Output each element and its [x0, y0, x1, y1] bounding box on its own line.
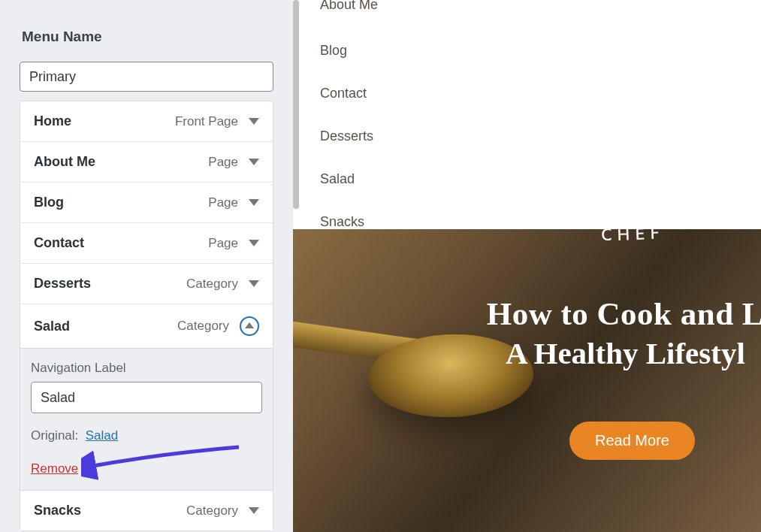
customizer-sidebar: Menu Name Home Front Page About Me Page …: [0, 0, 293, 532]
collapse-toggle[interactable]: [240, 316, 259, 336]
original-row: Original: Salad: [31, 428, 262, 443]
hero-line2: A Healthy Lifestyl: [487, 335, 761, 371]
menu-item-contact[interactable]: Contact Page: [20, 223, 273, 264]
menu-item-type: Category: [186, 503, 238, 518]
menu-item-type: Front Page: [175, 114, 238, 129]
menu-item-label: Contact: [34, 235, 84, 251]
menu-item-label: Snacks: [34, 503, 81, 518]
read-more-button[interactable]: Read More: [569, 422, 695, 460]
chevron-up-icon: [245, 322, 254, 328]
navigation-label-heading: Navigation Label: [31, 361, 262, 376]
menu-name-heading: Menu Name: [22, 29, 273, 45]
menu-item-desserts[interactable]: Desserts Category: [20, 264, 273, 304]
chevron-down-icon[interactable]: [249, 199, 259, 206]
menu-item-label: Salad: [34, 319, 70, 334]
nav-item[interactable]: Desserts: [320, 115, 761, 158]
menu-item-type: Category: [186, 277, 238, 292]
chevron-down-icon[interactable]: [249, 507, 259, 514]
nav-item[interactable]: Contact: [320, 72, 761, 115]
menu-item-type: Page: [208, 236, 238, 251]
remove-link[interactable]: Remove: [31, 461, 78, 476]
preview-scrollbar[interactable]: [293, 0, 299, 209]
chevron-down-icon[interactable]: [249, 118, 259, 125]
nav-item[interactable]: About Me: [320, 0, 761, 26]
chevron-down-icon[interactable]: [249, 240, 259, 246]
menu-item-snacks[interactable]: Snacks Category: [20, 491, 273, 530]
chevron-down-icon[interactable]: [249, 280, 259, 287]
menu-items-list: Home Front Page About Me Page Blog Page …: [20, 101, 273, 531]
chevron-down-icon[interactable]: [249, 159, 259, 165]
menu-item-type: Page: [208, 155, 238, 170]
site-preview: About Me Blog Contact Desserts Salad Sna…: [293, 0, 761, 532]
menu-item-label: About Me: [34, 154, 95, 170]
menu-item-type: Category: [177, 319, 229, 334]
menu-item-about-me[interactable]: About Me Page: [20, 142, 273, 183]
menu-name-input[interactable]: [20, 62, 273, 92]
menu-item-label: Home: [34, 113, 71, 129]
menu-item-salad[interactable]: Salad Category: [20, 304, 273, 349]
original-label: Original:: [31, 428, 78, 443]
hero-headline: How to Cook and L A Healthy Lifestyl: [487, 295, 761, 371]
hero-section: ᴄʜᴇꜰ How to Cook and L A Healthy Lifesty…: [293, 229, 761, 532]
menu-item-blog[interactable]: Blog Page: [20, 183, 273, 223]
nav-item[interactable]: Salad: [320, 158, 761, 201]
brand-logo-text: ᴄʜᴇꜰ: [600, 229, 665, 246]
menu-item-home[interactable]: Home Front Page: [20, 101, 273, 142]
original-link[interactable]: Salad: [86, 428, 118, 443]
menu-item-expanded-panel: Navigation Label Original: Salad Remove: [20, 349, 273, 491]
hero-line1: How to Cook and L: [487, 295, 761, 332]
menu-item-label: Blog: [34, 195, 64, 210]
nav-item[interactable]: Blog: [320, 29, 761, 72]
navigation-label-input[interactable]: [31, 382, 262, 413]
preview-nav: About Me Blog Contact Desserts Salad Sna…: [293, 0, 761, 243]
menu-item-label: Desserts: [34, 276, 91, 292]
menu-item-type: Page: [208, 195, 238, 210]
